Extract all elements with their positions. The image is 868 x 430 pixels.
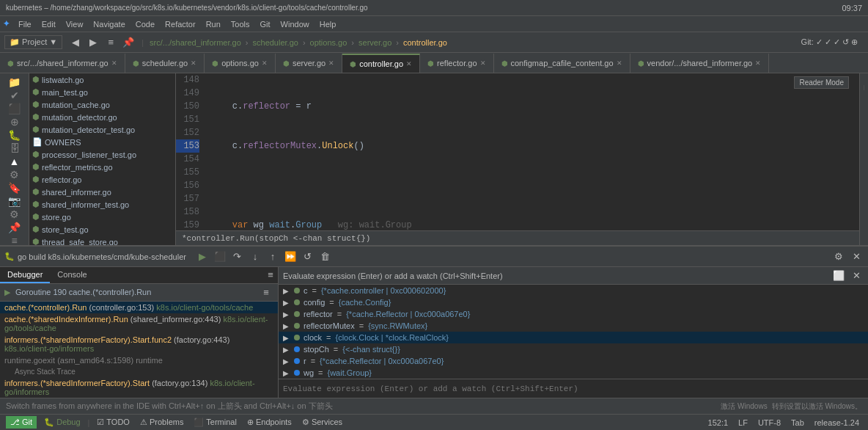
var-row-c[interactable]: ▶ c = {*cache.controller | 0xc000602000} [279, 285, 868, 296]
breadcrumb-src[interactable]: src/.../shared_informer.go [150, 38, 241, 47]
menu-navigate[interactable]: Navigate [89, 18, 129, 30]
tab-close-button[interactable]: ✕ [328, 59, 334, 67]
sidebar-item-structure[interactable]: ≡ [3, 235, 26, 247]
var-row-stopch[interactable]: ▶ stopCh = {<-chan struct{}} [279, 343, 868, 355]
var-row-reflectormutex[interactable]: ▶ reflectorMutex = {sync.RWMutex} [279, 320, 868, 332]
tree-item-mutation-cache[interactable]: ⬢ mutation_cache.go [29, 98, 175, 111]
stack-frame-2[interactable]: informers.(*sharedInformerFactory).Start… [0, 334, 278, 354]
sidebar-item-camera[interactable]: 📷 [3, 195, 26, 207]
debug-run-button[interactable]: ▶ [195, 249, 210, 264]
tab-close-button[interactable]: ✕ [111, 59, 117, 67]
tree-item-processor-test[interactable]: ⬢ processor_listener_test.go [29, 148, 175, 161]
debug-reset-button[interactable]: ↺ [301, 249, 315, 264]
tab-reflector[interactable]: ⬢ reflector.go ✕ [420, 54, 493, 73]
status-problems[interactable]: ⚠ Problems [137, 418, 187, 427]
breadcrumb-options[interactable]: options.go [310, 38, 347, 47]
tree-item-thread-safe-store[interactable]: ⬢ thread_safe_store.go [29, 236, 175, 245]
stack-frame-0[interactable]: cache.(*controller).Run (controller.go:1… [0, 302, 278, 313]
menu-window[interactable]: Window [276, 18, 314, 30]
stack-frame-1[interactable]: cache.(*sharedIndexInformer).Run (shared… [0, 313, 278, 334]
tab-shared-informer-src[interactable]: ⬢ src/.../shared_informer.go ✕ [0, 54, 125, 73]
sidebar-item-amazon[interactable]: ▲ [3, 156, 26, 167]
sidebar-item-pullreq[interactable]: ⊕ [3, 116, 26, 128]
debug-close-button[interactable]: ✕ [849, 249, 864, 264]
git-status[interactable]: ⎇ Git [6, 416, 37, 429]
tree-item-listwatch[interactable]: ⬢ listwatch.go [29, 73, 175, 86]
code-content[interactable]: c.reflector = r c.reflectorMutex.Unlock(… [205, 73, 859, 230]
sidebar-item-debug[interactable]: 🐛 [3, 129, 26, 141]
sidebar-item-terminal[interactable]: ⬛ [3, 103, 26, 114]
status-terminal[interactable]: ⬛ Terminal [191, 418, 239, 427]
tree-item-reflector-metrics[interactable]: ⬢ reflector_metrics.go [29, 161, 175, 173]
debug-step-into-button[interactable]: ↓ [248, 249, 262, 264]
tree-item-mutation-detector-test[interactable]: ⬢ mutation_detector_test.go [29, 123, 175, 136]
sidebar-item-tools[interactable]: ⚙ [3, 169, 26, 181]
debug-stop-button[interactable]: ⬛ [213, 249, 227, 264]
tab-vendor-shared[interactable]: ⬢ vendor/.../shared_informer.go ✕ [630, 54, 770, 73]
tree-item-reflector[interactable]: ⬢ reflector.go [29, 173, 175, 186]
navigate-forward-button[interactable]: ▶ [86, 35, 100, 50]
tree-item-store-test[interactable]: ⬢ store_test.go [29, 223, 175, 236]
tree-item-shared-informer[interactable]: ⬢ shared_informer.go [29, 186, 175, 198]
project-selector[interactable]: 📁 Project ▼ [4, 35, 62, 49]
debug-step-out-button[interactable]: ↑ [265, 249, 280, 264]
tab-close-button[interactable]: ✕ [617, 59, 622, 67]
var-row-config[interactable]: ▶ config = {cache.Config} [279, 296, 868, 308]
var-row-wg[interactable]: ▶ wg = {wait.Group} [279, 367, 868, 379]
stack-frame-4[interactable]: informers.(*sharedInformerFactory).Start… [0, 377, 278, 398]
menu-tools[interactable]: Tools [227, 18, 254, 30]
sidebar-item-search[interactable]: ⚙ [3, 208, 26, 220]
menu-file[interactable]: File [14, 18, 36, 30]
var-row-clock[interactable]: ▶ clock = {clock.Clock | *clock.RealCloc… [279, 332, 868, 343]
reader-mode-badge[interactable]: Reader Mode [794, 76, 849, 89]
tree-item-mutation-detector[interactable]: ⬢ mutation_detector.go [29, 111, 175, 123]
eval-close-button[interactable]: ✕ [849, 269, 864, 283]
tree-item-shared-informer-test[interactable]: ⬢ shared_informer_test.go [29, 198, 175, 211]
menu-code[interactable]: Code [131, 18, 159, 30]
sidebar-item-commit[interactable]: ✔ [3, 90, 26, 101]
tab-close-button[interactable]: ✕ [406, 60, 412, 68]
tree-item-owners[interactable]: 📄 OWNERS [29, 136, 175, 148]
navigate-back-button[interactable]: ◀ [68, 35, 83, 50]
debug-settings-button[interactable]: ⚙ [831, 249, 846, 264]
debug-goroutine-menu[interactable]: ≡ [263, 267, 278, 282]
tab-close-button[interactable]: ✕ [262, 59, 268, 67]
debug-step-over-button[interactable]: ↷ [230, 249, 245, 264]
tab-scheduler[interactable]: ⬢ scheduler.go ✕ [125, 54, 205, 73]
sidebar-item-project[interactable]: 📁 [3, 76, 26, 88]
debug-tab-console[interactable]: Console [50, 267, 94, 283]
menu-help[interactable]: Help [315, 18, 341, 30]
menu-refactor[interactable]: Refactor [161, 18, 200, 30]
breadcrumb-server[interactable]: server.go [358, 38, 391, 47]
var-row-r[interactable]: ▶ r = {*cache.Reflector | 0xc000a067e0} [279, 355, 868, 367]
tab-options[interactable]: ⬢ options.go ✕ [205, 54, 276, 73]
debug-resume-button[interactable]: ⏩ [283, 249, 298, 264]
pin-button[interactable]: 📌 [121, 35, 136, 50]
menu-edit[interactable]: Edit [37, 18, 60, 30]
goroutine-expand-button[interactable]: ≡ [259, 285, 273, 300]
sidebar-item-bookmarks[interactable]: 🔖 [3, 182, 26, 194]
menu-run[interactable]: Run [202, 18, 225, 30]
tab-close-button[interactable]: ✕ [755, 59, 761, 67]
collapse-button[interactable]: ≡ [103, 35, 118, 50]
menu-git[interactable]: Git [256, 18, 275, 30]
eval-expand-button[interactable]: ⬜ [831, 269, 846, 283]
tab-controller[interactable]: ⬢ controller.go ✕ [342, 54, 420, 73]
tab-close-button[interactable]: ✕ [480, 59, 486, 67]
tab-close-button[interactable]: ✕ [191, 59, 196, 67]
debug-clear-button[interactable]: 🗑 [318, 249, 333, 264]
sidebar-item-pin[interactable]: 📌 [3, 222, 26, 233]
debug-tab-debugger[interactable]: Debugger [0, 267, 50, 283]
status-todo[interactable]: ☑ TODO [94, 418, 132, 427]
status-services[interactable]: ⚙ Services [299, 418, 345, 427]
tree-item-main-test[interactable]: ⬢ main_test.go [29, 86, 175, 98]
stack-frame-3[interactable]: runtime.goexit (asm_amd64.s:1598) runtim… [0, 354, 278, 366]
breadcrumb-scheduler[interactable]: scheduler.go [253, 38, 298, 47]
menu-view[interactable]: View [62, 18, 88, 30]
eval-input[interactable] [283, 385, 864, 393]
sidebar-item-database[interactable]: 🗄 [3, 142, 26, 154]
status-debug[interactable]: 🐛 Debug [41, 418, 83, 427]
tree-item-store[interactable]: ⬢ store.go [29, 211, 175, 223]
tab-configmap[interactable]: ⬢ configmap_cafile_content.go ✕ [494, 54, 630, 73]
tab-server[interactable]: ⬢ server.go ✕ [276, 54, 342, 73]
